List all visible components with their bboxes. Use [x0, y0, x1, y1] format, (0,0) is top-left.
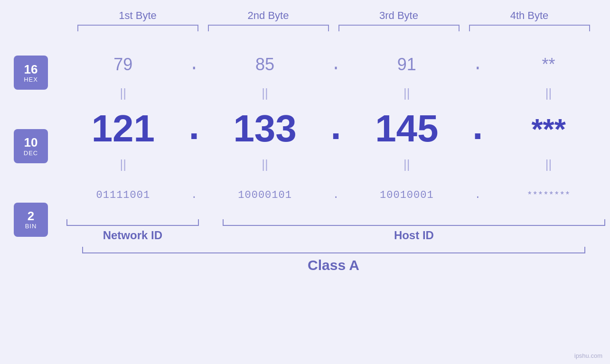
byte2-header: 2nd Byte: [203, 9, 334, 25]
bin-badge: 2 BIN: [14, 203, 48, 237]
hex-val-3: 91: [346, 55, 469, 75]
equals-row-2: || || || ||: [62, 155, 610, 174]
bin-val-1: 01111001: [62, 189, 185, 201]
values-grid: 79 . 85 . 91 . **: [62, 46, 610, 242]
dec-row: 121 . 133 . 145 . ***: [62, 103, 610, 155]
dot-spacer: [204, 219, 223, 242]
class-section: Class A: [73, 247, 595, 273]
dec-val-2: 133: [204, 107, 327, 150]
bin-val-3: 10010001: [346, 189, 469, 201]
dec-dot-2: .: [327, 107, 346, 150]
hex-val-1: 79: [62, 55, 185, 75]
bracket-byte1: [77, 25, 198, 31]
dec-badge: 10 DEC: [14, 129, 48, 163]
network-id-label: Network ID: [103, 229, 162, 242]
hex-dot-1: .: [185, 55, 204, 75]
top-brackets: [73, 25, 595, 31]
watermark: ipshu.com: [574, 352, 602, 359]
class-bracket: [82, 247, 585, 253]
host-id-section: Host ID: [223, 219, 605, 242]
base-labels: 16 HEX 10 DEC 2 BIN: [0, 46, 62, 242]
bracket-byte3: [338, 25, 460, 31]
hex-badge: 16 HEX: [14, 56, 48, 90]
bin-row: 01111001 . 10000101 . 10010001 .: [62, 174, 610, 216]
bracket-byte4: [469, 25, 590, 31]
byte1-header: 1st Byte: [73, 9, 203, 25]
main-container: 1st Byte 2nd Byte 3rd Byte 4th Byte 16 H…: [0, 0, 610, 364]
content-area: 16 HEX 10 DEC 2 BIN 79 .: [0, 46, 610, 242]
bin-val-4: ********: [487, 190, 610, 200]
byte3-header: 3rd Byte: [334, 9, 464, 25]
hex-val-2: 85: [204, 55, 327, 75]
hex-dot-3: .: [468, 55, 487, 75]
hex-val-4: **: [487, 55, 610, 75]
dec-dot-1: .: [185, 107, 204, 150]
byte-headers: 1st Byte 2nd Byte 3rd Byte 4th Byte: [73, 9, 595, 25]
dec-val-3: 145: [346, 107, 469, 150]
hex-row: 79 . 85 . 91 . **: [62, 46, 610, 84]
dec-val-4: ***: [487, 112, 610, 146]
bin-dot-2: .: [327, 189, 346, 201]
bin-dot-3: .: [468, 189, 487, 201]
equals-row-1: || || || ||: [62, 84, 610, 103]
hex-dot-2: .: [327, 55, 346, 75]
host-bracket: [223, 219, 605, 226]
bracket-byte2: [208, 25, 329, 31]
network-bracket: [66, 219, 199, 226]
host-id-label: Host ID: [394, 229, 434, 242]
dec-dot-3: .: [468, 107, 487, 150]
bin-val-2: 10000101: [204, 189, 327, 201]
network-id-section: Network ID: [66, 219, 199, 242]
byte4-header: 4th Byte: [464, 9, 595, 25]
bottom-brackets-row: Network ID Host ID: [62, 219, 610, 242]
bin-dot-1: .: [185, 189, 204, 201]
dec-val-1: 121: [62, 107, 185, 150]
class-label: Class A: [308, 257, 359, 273]
